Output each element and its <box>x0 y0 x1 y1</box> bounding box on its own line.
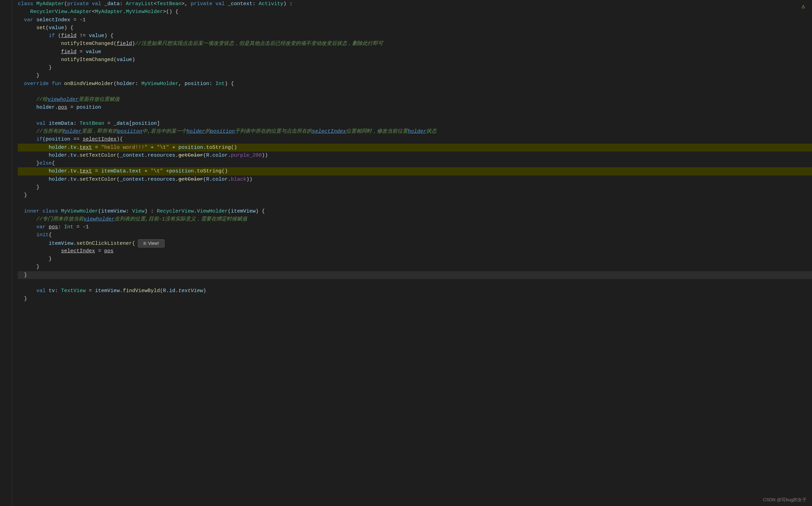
code-line: val tv: TextView = itemView.findViewByld… <box>18 287 812 295</box>
code-line: var selectIndex = -1 <box>18 16 812 24</box>
code-line: } <box>18 295 812 303</box>
code-line: holder.tv.setTextColor(_context.resource… <box>18 176 812 183</box>
code-line: itemView.setOnClickListener{ it: View! <box>18 239 812 247</box>
code-line: } <box>18 64 812 72</box>
code-line <box>18 112 812 120</box>
code-line: } <box>18 191 812 199</box>
code-line: //给viewholder里面存放位置赋值 <box>18 96 812 104</box>
code-line: holder.tv.text = "hello word!!!" + "\t" … <box>18 144 812 152</box>
code-line: class MyAdapter(private val _data: Array… <box>18 0 812 8</box>
tooltip: it: View! <box>138 239 165 248</box>
code-line <box>18 88 812 96</box>
code-line: } <box>18 255 812 263</box>
code-line: //专门用来存放当前viewholder在列表的位置,目前-1没有实际意义，需要… <box>18 215 812 223</box>
code-line: RecyclerView.Adapter<MyAdapter.MyViewHol… <box>18 8 812 16</box>
code-line: inner class MyViewHolder(itemView: View)… <box>18 207 812 215</box>
code-line <box>18 199 812 207</box>
watermark: CSDN @写bug的女子 <box>763 496 807 503</box>
code-line: override fun onBindViewHolder(holder: My… <box>18 80 812 88</box>
code-editor: class MyAdapter(private val _data: Array… <box>0 0 812 506</box>
code-line: holder.tv.text = itemData.text + "\t" +p… <box>18 167 812 175</box>
code-line: val itemData: TestBean = _data[position] <box>18 120 812 128</box>
code-line: }else{ <box>18 159 812 167</box>
code-line: selectIndex = pos <box>18 247 812 255</box>
code-line: field = value <box>18 48 812 56</box>
code-line: notifyItemChanged(field)//注意如果只想实现点击后某一项… <box>18 40 812 48</box>
code-line: } <box>18 183 812 191</box>
code-line: set(value) { <box>18 24 812 32</box>
code-line: holder.pos = position <box>18 104 812 111</box>
code-line: if (field != value) { <box>18 32 812 40</box>
code-area: class MyAdapter(private val _data: Array… <box>12 0 812 506</box>
code-line: init{ <box>18 231 812 239</box>
code-line: if(position == selectIndex){ <box>18 135 812 143</box>
code-line: } <box>18 72 812 80</box>
code-line: holder.tv.setTextColor(_context.resource… <box>18 152 812 159</box>
code-line: } <box>18 263 812 271</box>
line-numbers <box>0 0 12 506</box>
code-line: notifyItemChanged(value) <box>18 56 812 64</box>
code-line: //当所有的holder里面，即所有的posiiton中,若当中的某一个hold… <box>18 128 812 135</box>
code-line: var pos: Int = -1 <box>18 223 812 231</box>
code-line <box>18 279 812 287</box>
warning-icon: ⚠ <box>801 2 805 12</box>
code-line: } <box>18 271 812 279</box>
